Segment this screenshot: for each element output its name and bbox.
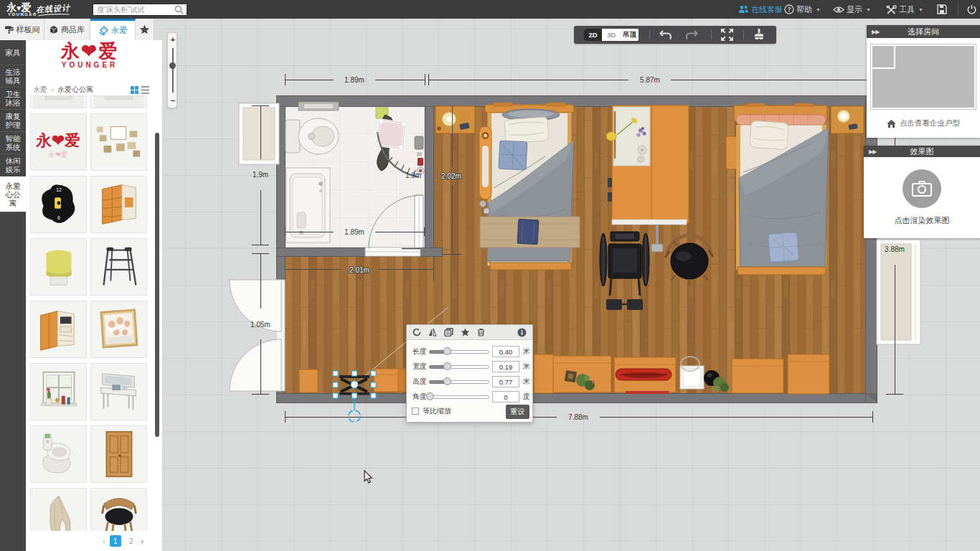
reset-button[interactable]: 重设 <box>506 405 529 419</box>
slider-thumb[interactable] <box>426 392 434 400</box>
product-wooden-door[interactable] <box>90 425 147 483</box>
clear-button[interactable] <box>753 28 765 42</box>
product-family-photo[interactable] <box>90 301 147 358</box>
mode-3d-button[interactable]: 3D <box>602 29 620 41</box>
floor-plan: 1.89m 5.87m 7.88m 1.9m 1.05m 3.88m 1.89m… <box>154 19 980 551</box>
fullscreen-button[interactable] <box>720 28 734 42</box>
cabinet-a <box>534 354 554 393</box>
collapse-icon[interactable]: ▶▶ <box>872 29 879 35</box>
zoom-in-button[interactable]: + <box>168 35 178 44</box>
product-cell-partial[interactable] <box>90 95 147 108</box>
info-icon[interactable] <box>517 328 527 337</box>
power-button[interactable] <box>966 0 977 19</box>
product-brand-sign[interactable]: 永❤爱永❤爱 <box>30 113 87 171</box>
value-input[interactable]: 0 <box>492 391 519 402</box>
product-window[interactable] <box>30 363 87 420</box>
users-icon <box>738 5 749 14</box>
room-panel-title: 选择房间 <box>908 27 939 37</box>
product-wardrobe[interactable] <box>90 176 147 233</box>
panel-scrollbar[interactable] <box>155 133 159 437</box>
rotate-icon[interactable] <box>413 328 421 336</box>
tools-menu[interactable]: 工具▼ <box>885 0 923 19</box>
sidebar-item-0[interactable]: 家具 <box>0 40 26 65</box>
value-input[interactable]: 0.77 <box>492 376 519 387</box>
product-yellow-stool[interactable] <box>30 238 87 296</box>
unit-label: 米 <box>523 377 530 387</box>
value-input[interactable]: 0.19 <box>492 361 519 372</box>
zoom-thumb[interactable] <box>169 62 176 69</box>
right-window[interactable] <box>877 240 920 344</box>
uniform-scale-checkbox[interactable]: 等比缩放 <box>412 406 451 416</box>
product-dresser-mirror[interactable] <box>90 363 147 420</box>
delete-icon[interactable] <box>477 328 485 336</box>
help-icon: ? <box>784 4 794 14</box>
tab-products[interactable]: 商品库 <box>44 19 90 40</box>
page-1[interactable]: 1 <box>110 535 121 547</box>
app-logo-sub: YOUNGER <box>8 12 37 17</box>
room-thumbnail[interactable] <box>871 44 976 109</box>
rotation-handle[interactable] <box>349 410 360 422</box>
left-balcony-door[interactable] <box>239 103 279 164</box>
favorite-icon[interactable] <box>461 328 470 336</box>
display-menu[interactable]: 显示▼ <box>833 0 871 19</box>
svg-text:永❤爱: 永❤爱 <box>47 151 68 159</box>
zoom-track[interactable] <box>172 48 174 93</box>
save-button[interactable] <box>936 0 948 19</box>
tab-brand-active[interactable]: 永爱 <box>90 19 136 40</box>
product-photo-wall[interactable] <box>90 113 147 171</box>
page-prev[interactable]: ‹ <box>103 537 105 545</box>
unit-label: 米 <box>523 347 530 357</box>
product-wall-clock[interactable]: 126 <box>30 176 87 233</box>
product-walker[interactable] <box>90 238 147 296</box>
product-cabinet[interactable] <box>30 301 87 358</box>
sidebar-item-5[interactable]: 休闲娱乐 <box>0 154 26 176</box>
value-input[interactable]: 0.40 <box>492 346 519 357</box>
product-toilet[interactable] <box>30 425 87 483</box>
dialog-row-1: 宽度0.19米 <box>407 361 534 372</box>
ceiling-button[interactable]: 吊顶 <box>621 29 639 41</box>
zoom-out-button[interactable]: − <box>168 96 178 105</box>
room-select-panel: ▶▶选择房间 点击查看企业户型 <box>867 25 980 138</box>
sidebar-item-4[interactable]: 智能系统 <box>0 132 26 154</box>
row-label: 角度 <box>413 392 427 402</box>
zoom-control: + − <box>167 32 177 108</box>
undo-button[interactable] <box>659 29 672 40</box>
brand-logo-en: YOUNGER <box>26 62 154 69</box>
redo-button[interactable] <box>685 29 698 40</box>
sidebar-item-2[interactable]: 卫生沐浴 <box>0 88 26 110</box>
sidebar-item-6[interactable]: 永爱心公寓 <box>0 176 26 212</box>
sidebar-item-3[interactable]: 康复护理 <box>0 110 26 132</box>
collapse-icon[interactable]: ▶▶ <box>869 149 876 155</box>
slider-thumb[interactable] <box>443 362 451 370</box>
slider-track[interactable] <box>429 395 489 399</box>
tools-icon <box>885 5 897 14</box>
checkbox-box[interactable] <box>412 408 419 415</box>
search-icon[interactable] <box>174 5 184 14</box>
tab-templates[interactable]: 样板间 <box>0 19 44 40</box>
nightstand-right <box>831 106 864 133</box>
save-icon <box>936 4 948 15</box>
slider-thumb[interactable] <box>443 347 451 355</box>
box-icon <box>50 25 58 34</box>
search-input[interactable]: 搜“床头柜”试试 <box>93 4 187 16</box>
copy-icon[interactable] <box>444 328 453 336</box>
mode-2d-button[interactable]: 2D <box>584 29 602 41</box>
checkbox-label: 等比缩放 <box>423 406 451 416</box>
sidebar-item-1[interactable]: 生活辅具 <box>0 65 26 88</box>
render-camera-button[interactable] <box>903 169 941 208</box>
mirror-icon[interactable] <box>428 328 437 336</box>
slider-thumb[interactable] <box>443 377 451 385</box>
page-next[interactable]: › <box>141 537 143 545</box>
dim-room-width: 2.01m <box>349 266 369 274</box>
design-canvas[interactable]: 1.89m 5.87m 7.88m 1.9m 1.05m 3.88m 1.89m… <box>154 19 980 551</box>
online-service-button[interactable]: 在线客服 <box>738 0 783 19</box>
tab-favorites[interactable] <box>136 19 154 40</box>
hand-tag-icon <box>98 26 108 36</box>
breadcrumb[interactable]: 永爱＞永爱心公寓 <box>33 83 93 96</box>
canvas-toolbar: 2D 3D 吊顶 <box>574 26 776 44</box>
page-2[interactable]: 2 <box>126 535 137 547</box>
help-menu[interactable]: ? 帮助▼ <box>784 0 821 19</box>
render-hint[interactable]: 点击渲染效果图 <box>895 215 950 226</box>
room-hint[interactable]: 点击查看企业户型 <box>867 109 980 138</box>
product-cell-partial[interactable] <box>30 95 87 108</box>
